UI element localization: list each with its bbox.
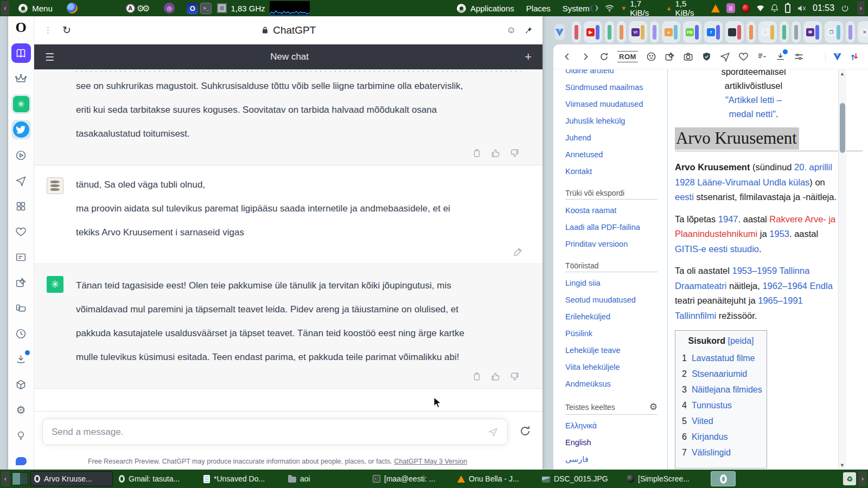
browser-tab[interactable]: ʌ: [662, 21, 680, 43]
power-icon[interactable]: [841, 4, 849, 13]
hamburger-menu-icon[interactable]: ☰: [45, 51, 54, 63]
recorder-tray-icon[interactable]: [742, 4, 750, 12]
browser-tab[interactable]: [572, 21, 581, 43]
thumbs-down-icon[interactable]: [509, 148, 520, 158]
wiki-link[interactable]: eesti: [675, 192, 694, 202]
browser-tab[interactable]: [780, 21, 789, 43]
wiki-link[interactable]: Tallinnfilmi: [675, 311, 716, 320]
taskbar-window-button[interactable]: Gmail: tasuta...: [115, 471, 197, 486]
downloads-button[interactable]: [775, 52, 786, 62]
capture-camera-icon[interactable]: [683, 52, 693, 62]
edit-icon[interactable]: [513, 247, 523, 257]
toc-link[interactable]: Tunnustus: [692, 397, 732, 413]
toc-link[interactable]: Välislingid: [692, 445, 731, 460]
sidebar-link[interactable]: Lingid siia: [565, 275, 667, 292]
trash-applet-icon[interactable]: ♻: [843, 472, 856, 485]
copy-icon[interactable]: [471, 148, 482, 158]
browser-tab[interactable]: [605, 21, 614, 43]
wiki-link[interactable]: "Artikkel letti – medal netti": [725, 95, 782, 119]
wiki-link[interactable]: GITIS-e eesti stuudio: [675, 244, 759, 254]
taskbar-collapse-right[interactable]: ›: [858, 471, 867, 486]
sync-arrows-icon[interactable]: [849, 52, 859, 62]
tips-lightbulb-icon[interactable]: [11, 426, 31, 445]
vlc-tray-icon[interactable]: [711, 4, 720, 12]
sidebar-link[interactable]: Prinditav versioon: [565, 236, 667, 253]
wiki-link[interactable]: Lääne-Virumaal: [697, 177, 760, 187]
firefox-launcher[interactable]: [67, 3, 78, 14]
toc-entry[interactable]: 1Lavastatud filme: [682, 350, 760, 366]
heart-bookmark-icon[interactable]: [738, 52, 749, 62]
version-link[interactable]: ChatGPT May 3 Version: [394, 458, 468, 465]
wiki-link[interactable]: 20. aprillil: [794, 162, 832, 172]
address-title[interactable]: ChatGPT: [71, 24, 507, 36]
copy-icon[interactable]: [471, 371, 482, 382]
pin-tab-icon[interactable]: [525, 26, 533, 34]
settings-launcher[interactable]: ⚙⚙: [137, 3, 148, 14]
taskbar-collapse-left[interactable]: ‹: [1, 471, 10, 486]
browser-tab[interactable]: [650, 21, 659, 43]
browser-tab[interactable]: [617, 21, 626, 43]
toc-link[interactable]: Kirjandus: [692, 429, 728, 445]
opera-menu-button[interactable]: O: [15, 21, 26, 35]
toc-entry[interactable]: 4Tunnustus: [682, 397, 760, 413]
toc-entry[interactable]: 2Stsenaariumid: [682, 366, 760, 382]
emoji-face-icon[interactable]: [646, 52, 656, 62]
thumbs-up-icon[interactable]: [490, 371, 501, 382]
news-icon[interactable]: [11, 247, 31, 267]
toc-entry[interactable]: 7Välislingid: [682, 445, 760, 460]
sidebar-link[interactable]: Püsilink: [565, 325, 667, 342]
emoji-smiley-icon[interactable]: ☺: [507, 25, 516, 36]
sidebar-link[interactable]: Kontakt: [565, 163, 667, 180]
taskbar-window-button[interactable]: ›[maa@eesti: ...: [369, 471, 451, 486]
vivaldi-menu-button[interactable]: [554, 24, 565, 40]
sidebar-link[interactable]: Viita leheküljele: [565, 359, 667, 376]
toc-entry[interactable]: 6Kirjandus: [682, 429, 760, 445]
language-link[interactable]: Ελληνικά: [565, 418, 667, 434]
address-field[interactable]: ROM: [617, 51, 638, 62]
message-input[interactable]: Send a message.: [42, 419, 508, 445]
regenerate-icon[interactable]: [519, 425, 532, 440]
notes-list-icon[interactable]: [757, 52, 767, 62]
tab-menu-icon[interactable]: ⋮: [44, 25, 55, 35]
bookmark-pin-icon[interactable]: [665, 52, 675, 62]
sidebar-link[interactable]: Viimased muudatused: [565, 96, 667, 113]
system-menu[interactable]: System: [563, 4, 590, 13]
battery-icon[interactable]: [785, 4, 790, 13]
send-to-icon[interactable]: [11, 171, 31, 190]
scroll-up-arrow[interactable]: ▲: [840, 71, 845, 76]
toc-link[interactable]: Näitlejana filmides: [692, 382, 762, 397]
settings-gear-icon[interactable]: ⚙: [11, 400, 31, 420]
wiki-link[interactable]: 1953–1959: [732, 266, 777, 275]
wifi-icon[interactable]: [605, 4, 614, 12]
browser-tab[interactable]: [792, 21, 801, 43]
system-monitor-graph[interactable]: [270, 1, 310, 15]
tor-launcher[interactable]: ◎: [164, 3, 175, 14]
reload-icon[interactable]: [599, 52, 609, 62]
browser-tab[interactable]: ○: [758, 21, 777, 43]
reading-list-icon[interactable]: [11, 43, 31, 63]
wiki-link[interactable]: 1928: [675, 177, 695, 187]
audio-mixer-tray-icon[interactable]: |||: [726, 3, 735, 13]
tune-sliders-icon[interactable]: [794, 52, 804, 62]
wiki-link[interactable]: 1953: [769, 229, 789, 239]
forward-icon[interactable]: [580, 52, 591, 62]
places-menu[interactable]: Places: [526, 4, 551, 13]
player-icon[interactable]: [11, 145, 31, 165]
sidebar-link[interactable]: Üldine arutelu: [565, 69, 667, 79]
taskbar-window-button[interactable]: aoi: [284, 471, 367, 486]
sidebar-link[interactable]: Andmeüksus: [565, 376, 667, 393]
flow-devices-icon[interactable]: [11, 298, 31, 318]
notifications-bell-icon[interactable]: [771, 4, 778, 13]
search-tool-launcher[interactable]: A: [125, 3, 136, 14]
toc-entry[interactable]: 3Näitlejana filmides: [682, 382, 760, 397]
workspace-switcher[interactable]: [12, 472, 28, 485]
sidebar-link[interactable]: Erileheküljed: [565, 309, 667, 325]
sidebar-link[interactable]: Seotud muudatused: [565, 292, 667, 309]
sidebar-link[interactable]: Lehekülje teave: [565, 342, 667, 359]
share-send-icon[interactable]: [720, 52, 730, 62]
sidebar-link[interactable]: Laadi alla PDF-failina: [565, 219, 667, 236]
toc-link[interactable]: Stsenaariumid: [692, 366, 747, 382]
wiki-link[interactable]: Endla: [810, 281, 833, 291]
scroll-down-arrow[interactable]: ▼: [840, 463, 845, 468]
browser-tab[interactable]: [746, 21, 756, 43]
